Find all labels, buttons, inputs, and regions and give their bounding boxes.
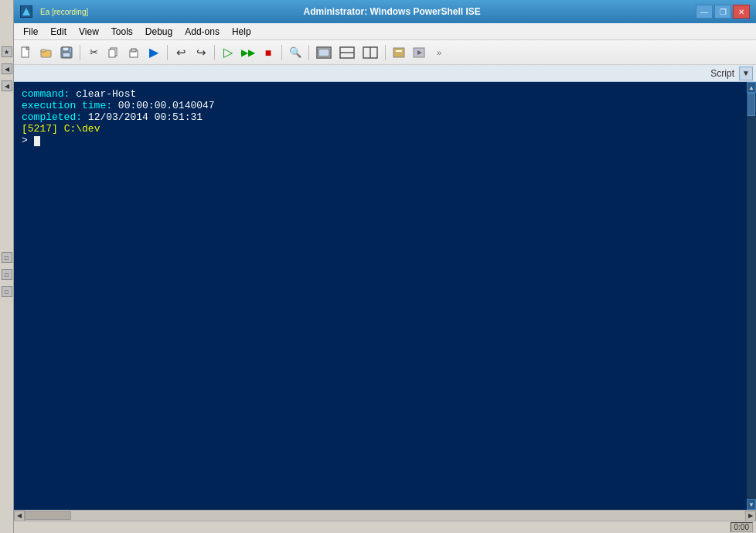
scroll-right-button[interactable]: ▶ bbox=[745, 511, 756, 521]
menu-edit[interactable]: Edit bbox=[44, 23, 73, 39]
title-bar-left: Ea [recording] bbox=[20, 5, 88, 18]
menu-view[interactable]: View bbox=[73, 23, 105, 39]
console-line-3: completed: 12/03/2014 00:51:31 bbox=[22, 111, 739, 123]
sep6 bbox=[385, 45, 386, 60]
line2-value: 00:00:00.0140047 bbox=[118, 100, 215, 111]
svg-rect-16 bbox=[393, 48, 404, 57]
debug1-button[interactable]: 🔍 bbox=[286, 43, 305, 62]
console-scrollbar[interactable]: ▲ ▼ bbox=[747, 82, 756, 510]
line2-label: execution time: bbox=[22, 100, 112, 111]
h-scroll-track[interactable] bbox=[25, 511, 745, 521]
toolbar: ✂ ▶ ↩ ↪ ▷ ▶▶ ■ 🔍 » bbox=[14, 40, 756, 65]
prompt-symbol: > bbox=[22, 135, 34, 146]
cut-button[interactable]: ✂ bbox=[84, 43, 103, 62]
restore-button[interactable]: ❐ bbox=[714, 5, 731, 19]
menu-addons[interactable]: Add-ons bbox=[179, 23, 226, 39]
menu-help[interactable]: Help bbox=[226, 23, 257, 39]
h-scroll-thumb[interactable] bbox=[25, 511, 71, 520]
sep3 bbox=[214, 45, 215, 60]
scroll-left-button[interactable]: ◀ bbox=[14, 511, 25, 521]
window-title: Administrator: Windows PowerShell ISE bbox=[88, 6, 696, 17]
line4-pid: [5217] bbox=[22, 123, 58, 135]
console-line-2: execution time: 00:00:00.0140047 bbox=[22, 100, 739, 111]
svg-rect-17 bbox=[396, 50, 402, 52]
sidebar-icon-4: □ bbox=[2, 252, 12, 263]
menu-tools[interactable]: Tools bbox=[105, 23, 139, 39]
sidebar-icon-6: □ bbox=[2, 286, 12, 297]
run-button[interactable]: ▶ bbox=[145, 43, 163, 62]
console-line-1: command: clear-Host bbox=[22, 88, 739, 100]
more-button[interactable]: » bbox=[430, 43, 448, 62]
line4-path: C:\dev bbox=[64, 123, 100, 135]
extra1-button[interactable] bbox=[390, 43, 408, 62]
copy-button[interactable] bbox=[104, 43, 123, 62]
extra2-button[interactable] bbox=[410, 43, 428, 62]
redo-button[interactable]: ↪ bbox=[192, 43, 210, 62]
console-area[interactable]: command: clear-Host execution time: 00:0… bbox=[14, 82, 756, 510]
sep1 bbox=[80, 45, 80, 60]
pane-split-v-button[interactable] bbox=[359, 43, 381, 62]
run-selection-button[interactable]: ▶▶ bbox=[239, 43, 257, 62]
menu-file[interactable]: File bbox=[17, 23, 44, 39]
sidebar-icon-1[interactable]: ★ bbox=[2, 46, 12, 57]
open-button[interactable] bbox=[37, 43, 56, 62]
console-line-5[interactable]: > bbox=[22, 135, 739, 146]
close-button[interactable]: ✕ bbox=[733, 5, 750, 19]
scroll-down-button[interactable]: ▼ bbox=[747, 499, 756, 510]
sidebar-icon-3[interactable]: ◀ bbox=[2, 80, 12, 91]
run-script-button[interactable]: ▷ bbox=[219, 43, 237, 62]
undo-button[interactable]: ↩ bbox=[172, 43, 190, 62]
svg-rect-9 bbox=[131, 49, 136, 52]
svg-rect-2 bbox=[41, 50, 46, 52]
sidebar-icon-2[interactable]: ◀ bbox=[2, 63, 12, 74]
svg-rect-4 bbox=[63, 47, 69, 51]
recording-label: Ea [recording] bbox=[40, 8, 88, 16]
scroll-thumb[interactable] bbox=[747, 93, 755, 116]
save-button[interactable] bbox=[57, 43, 76, 62]
script-label: Script bbox=[710, 68, 739, 79]
status-time: 0:00 bbox=[730, 522, 753, 532]
menu-debug[interactable]: Debug bbox=[139, 23, 179, 39]
sidebar-icon-5: □ bbox=[2, 269, 12, 280]
title-bar: Ea [recording] Administrator: Windows Po… bbox=[14, 0, 756, 23]
main-window: Ea [recording] Administrator: Windows Po… bbox=[14, 0, 756, 533]
sep2 bbox=[167, 45, 168, 60]
pane-split-h-button[interactable] bbox=[336, 43, 358, 62]
menu-bar: File Edit View Tools Debug Add-ons Help bbox=[14, 23, 756, 40]
stop-button[interactable]: ■ bbox=[259, 43, 278, 62]
line3-value: 12/03/2014 00:51:31 bbox=[88, 111, 203, 123]
console-cursor bbox=[34, 136, 40, 146]
svg-rect-7 bbox=[109, 50, 115, 57]
line1-value: clear-Host bbox=[76, 88, 136, 100]
console-line-4: [5217] C:\dev bbox=[22, 123, 739, 135]
script-expand-button[interactable]: ▼ bbox=[739, 67, 753, 80]
status-bar: 0:00 bbox=[14, 521, 756, 533]
new-button[interactable] bbox=[17, 43, 36, 62]
minimize-button[interactable]: — bbox=[696, 5, 713, 19]
app-icon bbox=[20, 5, 32, 18]
paste-button[interactable] bbox=[124, 43, 143, 62]
svg-rect-11 bbox=[318, 49, 329, 56]
scroll-track[interactable] bbox=[747, 93, 756, 499]
line3-label: completed: bbox=[22, 111, 82, 123]
console-content[interactable]: command: clear-Host execution time: 00:0… bbox=[14, 82, 747, 510]
line1-label: command: bbox=[22, 88, 70, 100]
scroll-up-button[interactable]: ▲ bbox=[747, 82, 756, 93]
left-sidebar: ★ ◀ ◀ □ □ □ bbox=[0, 0, 14, 533]
script-tab-bar: Script ▼ bbox=[14, 65, 756, 82]
sep4 bbox=[281, 45, 282, 60]
sep5 bbox=[308, 45, 309, 60]
svg-rect-5 bbox=[63, 53, 70, 57]
title-controls: — ❐ ✕ bbox=[696, 5, 750, 19]
bottom-scrollbar[interactable]: ◀ ▶ bbox=[14, 510, 756, 521]
pane-full-button[interactable] bbox=[313, 43, 335, 62]
